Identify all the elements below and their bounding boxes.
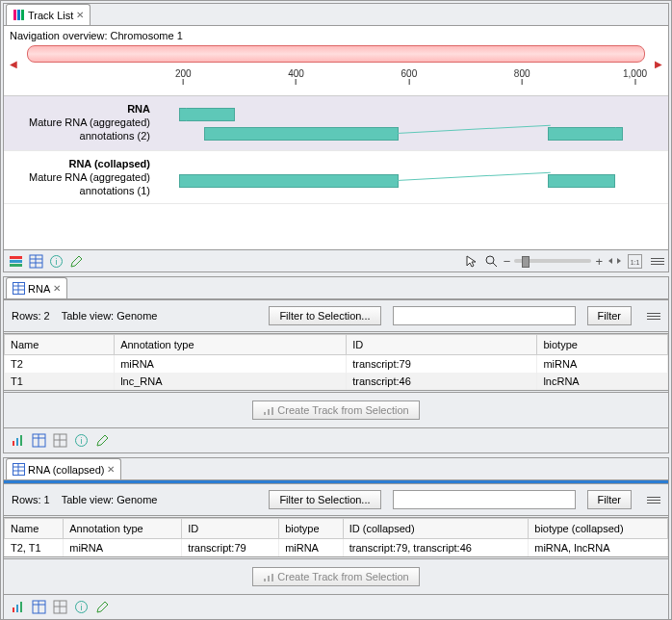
annotation-segment[interactable]: [548, 127, 623, 141]
panel-menu-icon[interactable]: [651, 254, 664, 268]
svg-rect-40: [271, 574, 273, 581]
view-chart-icon[interactable]: [10, 432, 26, 449]
view-table-icon[interactable]: [31, 432, 47, 449]
column-header[interactable]: biotype (collapsed): [529, 519, 668, 539]
view-info-icon[interactable]: i: [73, 432, 90, 449]
track-list-icon: [13, 9, 25, 21]
svg-rect-5: [10, 264, 22, 267]
tab-label: Track List: [28, 10, 73, 21]
table-cell: lnc_RNA: [115, 373, 347, 390]
track-view-toolbar: i − + 1:1: [4, 249, 668, 271]
rna-filter-bar: Rows: 2 Table view: Genome Filter to Sel…: [4, 299, 668, 334]
filter-input[interactable]: [393, 490, 576, 509]
table-cell: miRNA: [115, 355, 347, 374]
svg-rect-25: [20, 435, 22, 446]
chromosome-bar[interactable]: [27, 45, 645, 63]
filter-button[interactable]: Filter: [587, 306, 632, 325]
table-row[interactable]: T1lnc_RNAtranscript:46lncRNA: [5, 373, 668, 390]
track-label: RNA (collapsed) Mature RNA (aggregated) …: [4, 151, 158, 203]
annotation-segment[interactable]: [548, 174, 615, 188]
panel-menu-icon[interactable]: [647, 309, 660, 323]
tab-rna[interactable]: RNA ✕: [6, 277, 67, 298]
table-view-label: Table view: Genome: [62, 494, 158, 505]
fit-width-icon[interactable]: [607, 253, 623, 270]
view-table-icon[interactable]: [31, 599, 47, 615]
zoom-out-icon[interactable]: −: [504, 254, 511, 269]
svg-line-13: [493, 263, 497, 267]
table-cell: miRNA, lncRNA: [529, 539, 668, 557]
svg-rect-23: [13, 441, 14, 446]
rows-count: Rows: 2: [12, 310, 50, 322]
svg-text:1:1: 1:1: [631, 259, 640, 266]
view-edit-icon[interactable]: [68, 253, 85, 270]
column-header[interactable]: ID: [182, 519, 279, 539]
close-icon[interactable]: ✕: [76, 10, 84, 20]
filter-input[interactable]: [393, 306, 576, 325]
track-visualization: [158, 151, 668, 197]
view-info-icon[interactable]: i: [48, 253, 65, 270]
rna-collapsed-tabbar: RNA (collapsed) ✕: [4, 458, 668, 480]
column-header[interactable]: Annotation type: [64, 519, 182, 539]
annotation-segment[interactable]: [179, 108, 235, 121]
track-area: RNA Mature RNA (aggregated) annotations …: [4, 95, 668, 204]
svg-rect-41: [13, 607, 14, 612]
view-info-icon[interactable]: i: [73, 599, 90, 615]
view-tracks-icon[interactable]: [8, 253, 24, 270]
track-label: RNA Mature RNA (aggregated) annotations …: [4, 96, 158, 150]
pointer-icon[interactable]: [463, 253, 479, 270]
create-track-button[interactable]: Create Track from Selection: [252, 400, 419, 420]
column-header[interactable]: Name: [5, 519, 64, 539]
table-icon: [13, 282, 25, 295]
svg-rect-4: [10, 260, 22, 263]
table-row[interactable]: T2miRNAtranscript:79miRNA: [5, 355, 668, 374]
table-cell: transcript:79, transcript:46: [343, 539, 529, 557]
view-table-icon[interactable]: [28, 253, 44, 270]
view-edit-icon[interactable]: [94, 599, 111, 615]
table-cell: transcript:79: [182, 539, 279, 557]
filter-to-selection-button[interactable]: Filter to Selection...: [269, 306, 380, 325]
column-header[interactable]: biotype: [279, 519, 344, 539]
genome-ruler: 200 400 600 800 1,000: [4, 68, 668, 95]
view-edit-icon[interactable]: [94, 432, 111, 449]
track-rna-collapsed[interactable]: RNA (collapsed) Mature RNA (aggregated) …: [4, 151, 668, 204]
annotation-segment[interactable]: [179, 174, 399, 188]
tab-rna-collapsed[interactable]: RNA (collapsed) ✕: [6, 458, 121, 479]
table-row[interactable]: T2, T1miRNAtranscript:79miRNAtranscript:…: [5, 539, 668, 557]
column-header[interactable]: biotype: [537, 335, 668, 355]
column-header[interactable]: Name: [5, 335, 115, 355]
close-icon[interactable]: ✕: [107, 464, 115, 475]
zoom-slider[interactable]: [514, 259, 591, 263]
view-grid-icon[interactable]: [52, 432, 68, 449]
svg-rect-24: [16, 438, 18, 446]
column-header[interactable]: ID: [347, 335, 537, 355]
fit-1to1-icon[interactable]: 1:1: [627, 253, 643, 270]
panel-menu-icon[interactable]: [647, 493, 660, 506]
tab-track-list[interactable]: Track List ✕: [6, 4, 90, 25]
zoom-in-icon[interactable]: +: [595, 254, 603, 269]
column-header[interactable]: ID (collapsed): [343, 519, 529, 539]
filter-button[interactable]: Filter: [587, 490, 632, 509]
app-root: Track List ✕ Navigation overview: Chromo…: [0, 0, 672, 620]
svg-rect-22: [271, 407, 273, 415]
svg-rect-39: [268, 576, 270, 581]
svg-text:i: i: [56, 257, 58, 267]
chromosome-overview[interactable]: ◀ ▶: [4, 45, 668, 68]
rna-collapsed-filter-bar: Rows: 1 Table view: Genome Filter to Sel…: [4, 483, 668, 518]
filter-to-selection-button[interactable]: Filter to Selection...: [269, 490, 380, 509]
svg-rect-21: [268, 409, 270, 415]
track-list-tabbar: Track List ✕: [4, 4, 668, 26]
track-rna[interactable]: RNA Mature RNA (aggregated) annotations …: [4, 96, 668, 151]
tab-label: RNA: [28, 283, 50, 295]
table-cell: miRNA: [537, 355, 668, 374]
column-header[interactable]: Annotation type: [115, 335, 347, 355]
zoom-icon[interactable]: [483, 253, 500, 270]
annotation-connector: [397, 125, 551, 134]
navigation-overview-label: Navigation overview: Chromosome 1: [4, 26, 668, 45]
create-track-button[interactable]: Create Track from Selection: [252, 567, 419, 586]
view-chart-icon[interactable]: [10, 599, 26, 615]
close-icon[interactable]: ✕: [53, 283, 61, 294]
rna-panel: RNA ✕ Rows: 2 Table view: Genome Filter …: [3, 276, 669, 453]
annotation-segment[interactable]: [204, 127, 399, 141]
svg-rect-2: [21, 10, 24, 20]
view-grid-icon[interactable]: [52, 599, 68, 615]
